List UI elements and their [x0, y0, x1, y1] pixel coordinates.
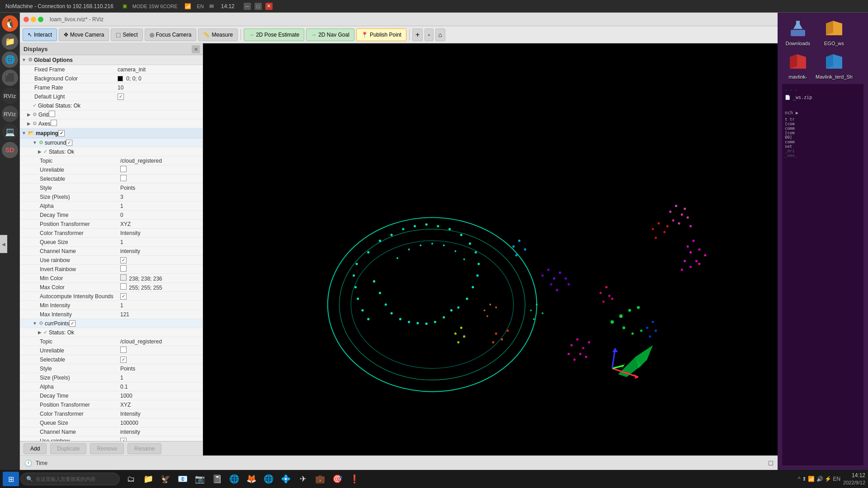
- taskbar-app-plane[interactable]: ✈: [295, 471, 311, 487]
- nomachine-minimize-btn[interactable]: ─: [244, 3, 251, 10]
- terminal2-icon[interactable]: 💻: [2, 124, 18, 140]
- rviz-icon1[interactable]: RViz: [2, 88, 18, 104]
- taskbar-app-edge[interactable]: 🌐: [260, 471, 277, 487]
- taskbar-app-work[interactable]: 💼: [312, 471, 328, 487]
- time-expand-btn[interactable]: □: [769, 459, 773, 467]
- surround-unreliable-checkbox[interactable]: [120, 166, 127, 172]
- maximize-dot[interactable]: [38, 17, 43, 22]
- currpoints-topic-value[interactable]: /cloud_registered: [120, 338, 201, 345]
- move-camera-button[interactable]: ✥ Move Camera: [59, 28, 109, 41]
- currpoints-selectable-value[interactable]: [120, 356, 201, 363]
- remove-button[interactable]: Remove: [90, 443, 124, 454]
- taskbar-app-firefox[interactable]: 🦊: [243, 471, 259, 487]
- surround-min-color-value[interactable]: 238; 238; 236: [120, 274, 201, 282]
- fixed-frame-value[interactable]: camera_init: [118, 66, 201, 73]
- currpoints-queue-value[interactable]: 100000: [120, 420, 201, 426]
- select-button[interactable]: ⬚ Select: [111, 28, 142, 41]
- interact-button[interactable]: ↖ Interact: [23, 28, 57, 41]
- surround-unreliable-value[interactable]: [120, 166, 201, 174]
- surround-queue-value[interactable]: 1: [120, 239, 201, 245]
- plus-btn[interactable]: +: [412, 28, 423, 41]
- focus-camera-button[interactable]: ◎ Focus Camera: [145, 28, 197, 41]
- currpoints-use-rainbow-checkbox[interactable]: [120, 438, 127, 441]
- taskbar-app-warn[interactable]: ❗: [346, 471, 363, 487]
- minus-btn[interactable]: -: [425, 28, 433, 41]
- surround-autocompute-value[interactable]: [120, 293, 201, 300]
- currpoints-size-value[interactable]: 1: [120, 375, 201, 381]
- pose-estimate-button[interactable]: → 2D Pose Estimate: [244, 28, 304, 41]
- nav-goal-button[interactable]: → 2D Nav Goal: [306, 28, 354, 41]
- rename-button[interactable]: Rename: [127, 443, 161, 454]
- surround-channel-value[interactable]: intensity: [120, 248, 201, 254]
- surround-topic-value[interactable]: /cloud_registered: [120, 158, 201, 164]
- minimize-dot[interactable]: [31, 17, 36, 22]
- currpoints-unreliable-value[interactable]: [120, 347, 201, 354]
- terminal-icon[interactable]: ⬛: [2, 70, 18, 86]
- surround-min-intensity-value[interactable]: 1: [120, 302, 201, 309]
- currpoints-use-rainbow-value[interactable]: [120, 437, 201, 441]
- taskbar-app-filesmgr[interactable]: 🗂: [123, 471, 139, 487]
- browser-icon[interactable]: 🌐: [2, 52, 18, 68]
- surround-use-rainbow-value[interactable]: [120, 257, 201, 263]
- desktop-icon-ego-ws[interactable]: EGO_ws: [818, 17, 850, 46]
- desktop-icon-mavlink2[interactable]: Mavlink_terd_Sh: [818, 51, 850, 80]
- axes-row[interactable]: ▶ ⚙ Axes: [20, 119, 203, 128]
- currpoints-channel-value[interactable]: intensity: [120, 429, 201, 435]
- currpoints-pos-trans-value[interactable]: XYZ: [120, 402, 201, 408]
- currpoints-checkbox[interactable]: [69, 320, 75, 327]
- taskbar-app-notes[interactable]: 📓: [209, 471, 225, 487]
- mapping-checkbox[interactable]: [58, 130, 65, 136]
- surround-pos-trans-value[interactable]: XYZ: [120, 221, 201, 227]
- taskbar-app-game[interactable]: 🦅: [157, 471, 174, 487]
- surround-autocompute-checkbox[interactable]: [120, 293, 127, 300]
- 3d-viewport[interactable]: [203, 43, 778, 455]
- files-icon[interactable]: 📁: [2, 33, 18, 50]
- taskbar-app-email[interactable]: 📧: [175, 471, 191, 487]
- nomachine-close-btn[interactable]: ✕: [265, 3, 273, 10]
- mapping-section[interactable]: ▼ 📂 mapping: [20, 128, 203, 138]
- surround-selectable-checkbox[interactable]: [120, 175, 127, 181]
- desktop-icon-downloads[interactable]: Downloads: [782, 17, 814, 46]
- displays-body[interactable]: ▼ ⚙ Global Options Fixed Frame camera_in…: [20, 55, 203, 441]
- measure-button[interactable]: 📏 Measure: [198, 28, 238, 41]
- default-light-checkbox[interactable]: [118, 94, 124, 100]
- surround-alpha-value[interactable]: 1: [120, 203, 201, 209]
- surround-invert-rainbow-checkbox[interactable]: [120, 265, 127, 272]
- currpoints-selectable-checkbox[interactable]: [120, 357, 127, 363]
- currpoints-alpha-value[interactable]: 0.1: [120, 384, 201, 390]
- surround-use-rainbow-checkbox[interactable]: [120, 257, 127, 263]
- surround-max-intensity-value[interactable]: 121: [120, 311, 201, 318]
- taskbar-app-target[interactable]: 🎯: [329, 471, 345, 487]
- publish-point-button[interactable]: 📍 Publish Point: [356, 28, 406, 41]
- surround-selectable-value[interactable]: [120, 175, 201, 183]
- home-btn[interactable]: ⌂: [435, 28, 445, 41]
- sd-icon[interactable]: SD: [2, 142, 18, 158]
- start-button[interactable]: ⊞: [3, 472, 19, 486]
- taskbar-app-camera[interactable]: 📷: [192, 471, 208, 487]
- close-dot[interactable]: [24, 17, 29, 22]
- taskbar-search[interactable]: 🔍 在这里输入您要搜索的内容: [20, 473, 120, 485]
- duplicate-button[interactable]: Duplicate: [50, 443, 86, 454]
- taskbar-app-browser[interactable]: 🌐: [226, 471, 242, 487]
- surround-style-value[interactable]: Points: [120, 185, 201, 191]
- axes-checkbox[interactable]: [51, 120, 57, 126]
- surround-col-trans-value[interactable]: Intensity: [120, 230, 201, 236]
- surround-section[interactable]: ▼ ⚙ surround: [20, 138, 203, 147]
- nomachine-maximize-btn[interactable]: □: [255, 3, 262, 10]
- currpoints-decay-value[interactable]: 1000: [120, 393, 201, 399]
- default-light-value[interactable]: [118, 93, 201, 100]
- background-color-value[interactable]: 0; 0; 0: [118, 75, 201, 82]
- surround-checkbox[interactable]: [66, 140, 72, 146]
- currpoints-unreliable-checkbox[interactable]: [120, 347, 127, 353]
- add-button[interactable]: Add: [24, 443, 47, 454]
- taskbar-app-blue[interactable]: 💠: [278, 471, 294, 487]
- taskbar-app-folder[interactable]: 📁: [140, 471, 156, 487]
- surround-decay-value[interactable]: 0: [120, 212, 201, 218]
- rviz-icon2[interactable]: RViz: [2, 106, 18, 122]
- frame-rate-value[interactable]: 10: [118, 84, 201, 91]
- desktop-icon-mavlink[interactable]: mavlink-: [782, 51, 814, 80]
- global-options-section[interactable]: ▼ ⚙ Global Options: [20, 55, 203, 65]
- currpoints-section[interactable]: ▼ ⚙ currPoints: [20, 319, 203, 328]
- ubuntu-icon[interactable]: 🐧: [2, 15, 18, 32]
- currpoints-style-value[interactable]: Points: [120, 366, 201, 372]
